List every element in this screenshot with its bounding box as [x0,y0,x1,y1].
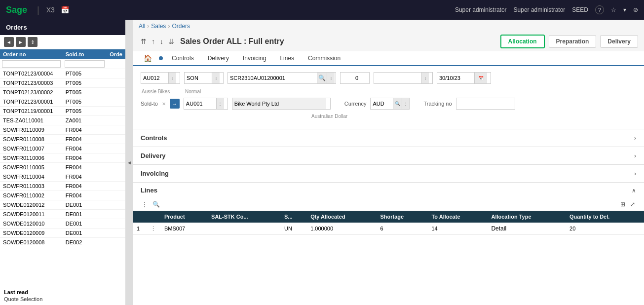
nav-separator: | [37,5,39,15]
breadcrumb-all[interactable]: All [139,23,145,30]
sidebar-row[interactable]: SOWFR0110005FR004 [0,163,125,172]
nav-first-btn[interactable]: ⇈ [139,37,149,46]
sidebar-row[interactable]: SOWFR0110003FR004 [0,182,125,191]
lines-expand-btn[interactable]: ⤢ [629,200,636,209]
lines-search-btn[interactable]: 🔍 [152,200,161,209]
sidebar-collapse-btn[interactable]: ◄ [126,20,133,305]
type-menu-btn[interactable]: ⋮ [212,73,220,83]
date-value[interactable] [437,73,474,83]
reference-value[interactable] [228,73,317,83]
sidebar-row[interactable]: TONPT02123/00003PT005 [0,78,125,88]
reference-input[interactable]: 🔍 ⋮ [227,72,336,84]
tab-lines[interactable]: Lines [273,51,301,65]
preparation-btn[interactable]: Preparation [549,35,597,48]
tracking-input[interactable] [456,98,515,110]
filter-sold-to[interactable] [65,60,105,68]
sold-to-menu-btn[interactable]: ⋮ [216,98,224,109]
sidebar-row[interactable]: SOWFR0110009FR004 [0,125,125,135]
currency-code[interactable] [371,98,393,109]
extra-menu-btn[interactable]: ⋮ [421,73,429,83]
sidebar-row[interactable]: SOWDE0120009DE001 [0,229,125,238]
tab-delivery[interactable]: Delivery [201,51,236,65]
extra-value[interactable] [374,73,421,83]
sidebar-row[interactable]: SOWFR0110004FR004 [0,172,125,182]
number-field-group [340,72,370,84]
nav-prev-btn[interactable]: ↑ [150,37,157,46]
sidebar-row[interactable]: SOWFR0110002FR004 [0,191,125,200]
tracking-value[interactable] [456,98,511,109]
site-sublabel: Aussie Bikes [141,88,180,95]
sidebar-prev-btn[interactable]: ◄ [4,37,14,47]
x3-label[interactable]: X3 [46,6,55,14]
sidebar-row[interactable]: TES-ZA0110001ZA001 [0,116,125,125]
calendar-icon[interactable]: 📅 [61,6,69,14]
tab-commission[interactable]: Commission [301,51,347,65]
sidebar-row[interactable]: SOWFR0110008FR004 [0,135,125,144]
sidebar-title: Orders [0,20,125,35]
breadcrumb-sales[interactable]: Sales [151,23,166,30]
sidebar-row[interactable]: TONPT02119/00001PT005 [0,107,125,116]
sold-to-code[interactable] [184,98,216,109]
sidebar-row[interactable]: SOWDE0120010DE001 [0,219,125,229]
user2-label[interactable]: Super administrator [514,6,566,13]
sold-to-arrow-btn[interactable]: → [170,99,180,109]
breadcrumb-orders[interactable]: Orders [172,23,190,30]
filter-order-no[interactable] [2,60,61,68]
sidebar-row[interactable]: SOWDE0120008DE002 [0,238,125,247]
sidebar-row[interactable]: TONPT02123/00004PT005 [0,69,125,78]
quote-selection-label[interactable]: Quote Selection [4,296,121,302]
home-tab-btn[interactable]: 🏠 [139,51,157,65]
th-s: S... [280,211,306,223]
date-calendar-btn[interactable]: 📅 [474,73,487,83]
col-order-no: Order no [0,49,63,59]
star-icon[interactable]: ☆ [611,6,616,13]
lines-collapse-btn[interactable]: ∧ [632,187,636,194]
site-value[interactable] [141,73,168,83]
help-icon[interactable]: ? [595,5,604,14]
sidebar-sort-btn[interactable]: ⇕ [28,37,38,47]
table-row[interactable]: 1⋮BMS007UN1.000000614Detail20 [133,223,644,235]
invoicing-section-header[interactable]: Invoicing › [133,165,644,182]
controls-section-header[interactable]: Controls › [133,129,644,147]
number-value[interactable] [341,73,360,83]
type-input[interactable]: ⋮ [184,72,224,84]
lines-stack-btn[interactable]: ⊞ [619,200,626,209]
sidebar-row[interactable]: TONPT02123/00001PT005 [0,97,125,107]
currency-menu-btn[interactable]: ⋮ [402,98,410,109]
reference-menu-btn[interactable]: ⋮ [327,73,335,83]
sidebar-row[interactable]: SOWFR0110006FR004 [0,153,125,163]
date-input[interactable]: 📅 [437,72,491,84]
number-input[interactable] [340,72,370,84]
user1-label[interactable]: Super administrator [455,6,507,13]
site-menu-btn[interactable]: ⋮ [168,73,176,83]
row-action-btn[interactable]: ⋮ [147,223,160,235]
allocation-btn[interactable]: Allocation [500,35,545,48]
row-cell: 14 [427,223,487,235]
sidebar-next-btn[interactable]: ► [16,37,26,47]
delivery-section-header[interactable]: Delivery › [133,147,644,164]
tab-controls[interactable]: Controls [165,51,201,65]
sidebar-cell [107,135,125,144]
sidebar-row[interactable]: SOWDE0120011DE001 [0,210,125,219]
reference-search-btn[interactable]: 🔍 [317,73,327,83]
sold-to-input[interactable]: ⋮ [184,98,228,110]
extra-input[interactable]: ⋮ [374,72,433,84]
settings-icon[interactable]: ⊘ [633,6,638,13]
nav-next-btn[interactable]: ↓ [158,37,165,46]
currency-search-btn[interactable]: 🔍 [393,98,401,109]
dropdown-icon[interactable]: ▾ [623,6,626,13]
type-value[interactable] [185,73,212,83]
row-num[interactable]: 1 [133,223,147,235]
sidebar-cell: SOWFR0110007 [0,144,63,153]
extra-field-group: ⋮ [374,72,433,84]
site-input[interactable]: ⋮ [141,72,180,84]
tab-invoicing[interactable]: Invoicing [236,51,273,65]
currency-input[interactable]: 🔍 ⋮ [370,98,410,110]
delivery-btn[interactable]: Delivery [600,35,638,48]
sidebar-row[interactable]: SOWFR0110007FR004 [0,144,125,153]
nav-last-btn[interactable]: ⇊ [166,37,176,46]
lines-menu-btn[interactable]: ⋮ [141,200,149,209]
sidebar-row[interactable]: SOWDE0120012DE001 [0,200,125,210]
sidebar-row[interactable]: TONPT02123/00002PT005 [0,88,125,97]
controls-title: Controls [141,134,634,142]
